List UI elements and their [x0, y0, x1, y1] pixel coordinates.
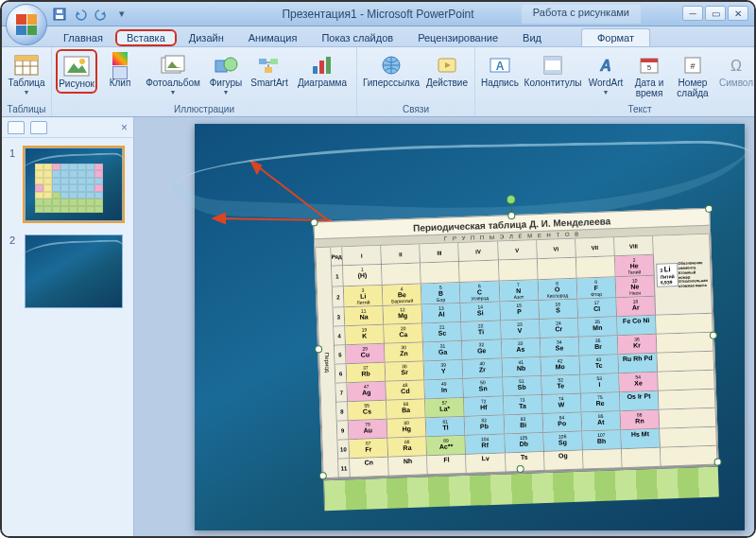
tab-format[interactable]: Формат: [581, 28, 650, 46]
thumb-number: 2: [9, 234, 19, 308]
ribbon-textbox-button[interactable]: A Надпись: [479, 49, 521, 92]
tab-view[interactable]: Вид: [510, 28, 554, 46]
ribbon-chart-label: Диаграмма: [298, 78, 347, 89]
slides-tab[interactable]: [8, 121, 25, 134]
ribbon-smartart-button[interactable]: SmartArt: [249, 49, 290, 92]
group-text: A Надпись Колонтитулы A WordArt ▼ 5 Дата…: [475, 47, 756, 116]
inserted-picture[interactable]: Периодическая таблица Д. И. Менделеева Г…: [313, 207, 718, 476]
ribbon-hyperlink-button[interactable]: Гиперссылка: [361, 49, 421, 92]
close-button[interactable]: ✕: [728, 6, 748, 21]
ribbon-headerfooter-button[interactable]: Колонтитулы: [523, 49, 583, 92]
ribbon: Таблица ▼ Таблицы Рисунок Клип: [2, 47, 754, 117]
resize-handle-ne[interactable]: [705, 204, 713, 212]
outline-tab[interactable]: [30, 121, 47, 134]
svg-rect-33: [641, 59, 658, 62]
chevron-down-icon: ▼: [223, 89, 230, 95]
tab-animations[interactable]: Анимация: [236, 28, 310, 46]
svg-rect-13: [165, 56, 184, 71]
chevron-down-icon: ▼: [603, 89, 610, 95]
ribbon-datetime-button[interactable]: 5 Дата и время: [628, 49, 670, 101]
ribbon-slidenum-label: Номер слайда: [674, 78, 712, 98]
ribbon-clip-button[interactable]: Клип: [99, 49, 141, 92]
minimize-button[interactable]: ─: [682, 6, 703, 21]
group-tables-label: Таблицы: [6, 103, 47, 115]
close-pane-button[interactable]: ×: [121, 121, 128, 134]
clip-icon: [106, 52, 134, 78]
tab-slideshow[interactable]: Показ слайдов: [309, 28, 405, 46]
svg-rect-2: [57, 9, 62, 13]
thumbnail-pane: × 1: [2, 117, 134, 536]
group-links: Гиперссылка Действие Связи: [357, 47, 475, 116]
slidenum-icon: #: [679, 52, 707, 78]
ribbon-wordart-button[interactable]: A WordArt ▼: [585, 49, 627, 98]
wordart-icon: A: [592, 52, 620, 78]
thumbnail-slide-1[interactable]: [25, 148, 123, 221]
qat-customize-button[interactable]: ▾: [113, 6, 130, 23]
table-icon: [12, 52, 41, 78]
resize-handle-sw[interactable]: [319, 472, 327, 479]
ribbon-headerfooter-label: Колонтитулы: [524, 78, 582, 89]
thumbnail-slide-2[interactable]: [25, 234, 123, 308]
datetime-icon: 5: [635, 52, 663, 78]
office-button[interactable]: [6, 4, 47, 45]
shapes-icon: [212, 52, 240, 78]
slide-editor[interactable]: Периодическая таблица Д. И. Менделеева Г…: [134, 117, 754, 536]
qat-redo-button[interactable]: [93, 6, 110, 23]
resize-handle-nw[interactable]: [310, 218, 318, 226]
tab-home[interactable]: Главная: [51, 28, 115, 46]
svg-text:5: 5: [647, 63, 652, 72]
resize-handle-w[interactable]: [315, 345, 322, 353]
office-logo-icon: [16, 14, 37, 35]
ribbon-action-label: Действие: [426, 78, 468, 89]
photoalbum-icon: [159, 52, 187, 78]
svg-text:#: #: [690, 61, 695, 71]
maximize-button[interactable]: ▭: [705, 6, 726, 21]
resize-handle-se[interactable]: [713, 458, 721, 465]
ribbon-slidenum-button[interactable]: # Номер слайда: [672, 49, 713, 101]
ribbon-shapes-button[interactable]: Фигуры ▼: [205, 49, 247, 98]
tab-insert[interactable]: Вставка: [115, 29, 177, 46]
ribbon-table-button[interactable]: Таблица ▼: [6, 49, 47, 98]
contextual-tab-group-label: Работа с рисунками: [522, 5, 641, 24]
resize-handle-n[interactable]: [507, 211, 515, 218]
resize-handle-s[interactable]: [517, 464, 524, 472]
svg-rect-21: [319, 61, 324, 74]
ribbon-picture-label: Рисунок: [59, 79, 94, 90]
ribbon-picture-button[interactable]: Рисунок: [56, 49, 97, 94]
ribbon-chart-button[interactable]: Диаграмма: [292, 49, 352, 92]
workspace: × 1: [2, 117, 754, 536]
resize-handle-e[interactable]: [710, 331, 717, 338]
slide-canvas[interactable]: Периодическая таблица Д. И. Менделеева Г…: [195, 124, 745, 530]
ribbon-hyperlink-label: Гиперссылка: [363, 78, 420, 89]
chart-icon: [308, 52, 336, 78]
action-icon: [433, 52, 461, 78]
ribbon-action-button[interactable]: Действие: [423, 49, 471, 92]
svg-text:A: A: [599, 58, 611, 74]
ribbon-table-label: Таблица: [8, 78, 44, 89]
rotate-handle[interactable]: [507, 194, 516, 203]
ribbon-photoalbum-label: Фотоальбом: [146, 78, 200, 89]
symbol-icon: Ω: [722, 52, 750, 78]
svg-rect-30: [544, 70, 561, 74]
svg-rect-22: [326, 57, 331, 74]
svg-rect-20: [313, 66, 318, 74]
thumbnail-tabs: ×: [2, 117, 133, 138]
group-illustrations: Рисунок Клип Фотоальбом ▼ Фигуры ▼: [52, 47, 357, 116]
qat-undo-button[interactable]: [72, 6, 89, 23]
svg-rect-19: [265, 67, 272, 73]
headerfooter-icon: [539, 52, 567, 78]
svg-point-16: [224, 58, 237, 71]
group-illustrations-label: Иллюстрации: [56, 103, 352, 115]
svg-marker-44: [251, 162, 261, 173]
tab-design[interactable]: Дизайн: [177, 28, 236, 46]
svg-point-11: [79, 59, 85, 64]
ribbon-symbol-label: Символ: [719, 78, 753, 89]
tab-review[interactable]: Рецензирование: [405, 28, 510, 46]
svg-rect-8: [15, 56, 38, 61]
group-links-label: Связи: [361, 103, 471, 115]
qat-save-button[interactable]: [51, 6, 68, 23]
window-title: Презентация1 - Microsoft PowerPoint: [282, 8, 473, 21]
group-text-label: Текст: [479, 103, 756, 115]
ribbon-photoalbum-button[interactable]: Фотоальбом ▼: [143, 49, 203, 98]
ribbon-symbol-button[interactable]: Ω Символ: [715, 49, 756, 92]
